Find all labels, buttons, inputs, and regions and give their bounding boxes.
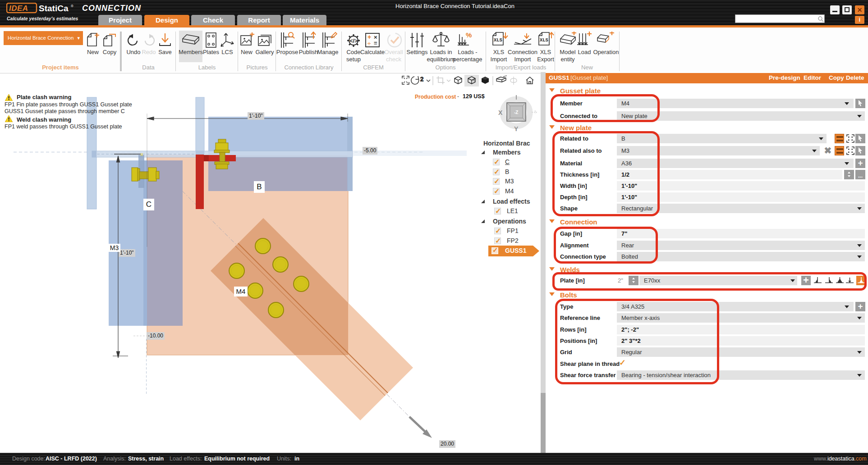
svg-text:-Z: -Z — [514, 110, 518, 115]
svg-text:X: X — [498, 109, 503, 116]
svg-text:÷: ÷ — [367, 40, 371, 47]
svg-text:IDEA: IDEA — [9, 4, 28, 13]
svg-text:CONNECTION: CONNECTION — [82, 4, 141, 13]
svg-text:Y: Y — [514, 125, 519, 132]
svg-text:</>: </> — [349, 37, 358, 44]
svg-text:+: + — [367, 33, 371, 41]
svg-text:XLS: XLS — [540, 37, 548, 43]
svg-text:%: % — [466, 32, 472, 39]
svg-text:XLS: XLS — [494, 37, 502, 43]
svg-text:StatiCa: StatiCa — [39, 4, 69, 13]
svg-text:2: 2 — [420, 76, 423, 82]
svg-text:®: ® — [71, 4, 73, 8]
svg-text:=: = — [374, 40, 377, 46]
